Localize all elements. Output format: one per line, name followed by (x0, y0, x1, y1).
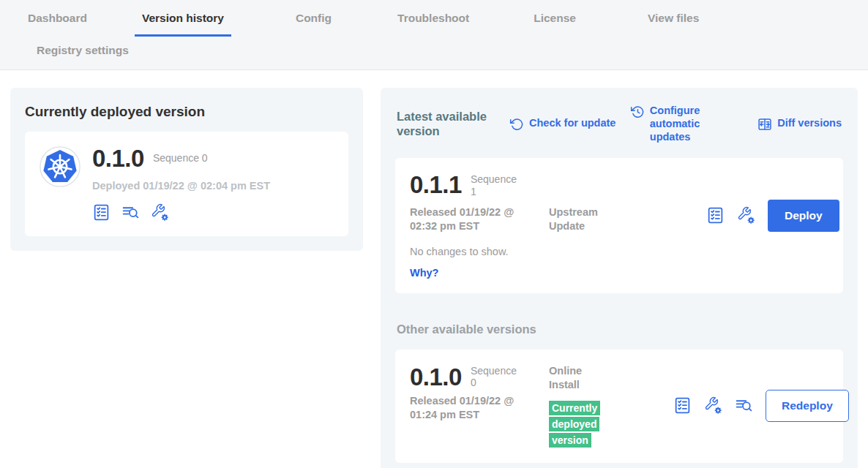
tab-version-history[interactable]: Version history (135, 4, 231, 37)
deployed-action-icons (92, 203, 270, 222)
currently-deployed-panel: Currently deployed version 0.1.0 Sequenc… (10, 88, 363, 251)
top-nav: Dashboard Version history Config Trouble… (0, 0, 868, 70)
latest-version-card: 0.1.1 Sequence 1 Released 01/19/22 @ 02:… (395, 158, 843, 292)
latest-sequence-label: Sequence 1 (471, 173, 523, 198)
preflight-checks-icon[interactable] (706, 206, 725, 224)
other-version-source: Online Install (549, 364, 615, 392)
schedule-update-icon (630, 105, 645, 119)
tab-dashboard[interactable]: Dashboard (20, 4, 94, 37)
diff-versions-link[interactable]: Diff versions (757, 116, 842, 132)
deployed-sequence-label: Sequence 0 (153, 152, 208, 165)
tab-view-files[interactable]: View files (640, 4, 706, 37)
other-available-versions-title: Other available versions (397, 322, 842, 336)
diff-versions-label: Diff versions (777, 116, 842, 129)
latest-available-title: Latest available version (397, 109, 490, 139)
configure-automatic-updates-link[interactable]: Configure automatic updates (630, 104, 744, 143)
preflight-checks-icon[interactable] (673, 396, 692, 415)
why-link[interactable]: Why? (410, 267, 438, 279)
latest-available-header: Latest available version Check for updat… (397, 104, 842, 143)
header-action-links: Check for update Configure automatic upd… (509, 104, 842, 143)
latest-version-row: 0.1.1 Sequence 1 (410, 171, 549, 198)
latest-released-timestamp: Released 01/19/22 @ 02:32 pm EST (410, 205, 531, 233)
currently-deployed-badge: Currently deployed version (549, 400, 605, 448)
currently-deployed-badge-label: Currently deployed version (549, 401, 600, 448)
deploy-logs-icon[interactable] (121, 203, 140, 222)
other-version-row: 0.1.0 Sequence 0 (410, 363, 549, 392)
deployed-timestamp: Deployed 01/19/22 @ 02:04 pm EST (92, 180, 270, 192)
other-version-number: 0.1.0 (410, 365, 462, 389)
redeploy-button[interactable]: Redeploy (766, 390, 849, 422)
kubernetes-logo-icon (40, 146, 81, 187)
check-for-update-link[interactable]: Check for update (509, 116, 616, 132)
other-sequence-label: Sequence 0 (471, 365, 523, 390)
deploy-button[interactable]: Deploy (768, 200, 839, 232)
edit-config-icon[interactable] (704, 396, 722, 415)
version-history-page: Currently deployed version 0.1.0 Sequenc… (0, 70, 868, 468)
edit-config-icon[interactable] (151, 203, 169, 222)
deployed-version-info: 0.1.0 Sequence 0 Deployed 01/19/22 @ 02:… (92, 146, 270, 222)
latest-version-actions: Deploy (706, 200, 839, 232)
preflight-checks-icon[interactable] (92, 203, 111, 222)
latest-version-number: 0.1.1 (410, 173, 462, 197)
nav-tabs-row-2: Registry settings (0, 37, 868, 69)
other-version-card: 0.1.0 Sequence 0 Online Install Redeploy… (395, 350, 843, 464)
available-versions-panel: Latest available version Check for updat… (381, 88, 858, 468)
tab-config[interactable]: Config (288, 4, 339, 37)
diff-icon (757, 117, 772, 132)
deploy-logs-icon[interactable] (735, 396, 753, 415)
latest-version-source: Upstream Update (549, 205, 615, 233)
tab-license[interactable]: License (526, 4, 583, 37)
check-for-update-label: Check for update (529, 116, 616, 129)
other-released-timestamp: Released 01/19/22 @ 01:24 pm EST (410, 394, 531, 448)
no-changes-text: No changes to show. (410, 246, 839, 257)
nav-tabs-row-1: Dashboard Version history Config Trouble… (0, 4, 868, 37)
currently-deployed-title: Currently deployed version (25, 104, 348, 120)
deployed-version-number: 0.1.0 (92, 146, 144, 170)
tab-registry-settings[interactable]: Registry settings (29, 37, 136, 69)
refresh-icon (509, 117, 524, 132)
tab-troubleshoot[interactable]: Troubleshoot (390, 4, 476, 37)
configure-automatic-updates-label: Configure automatic updates (650, 104, 744, 143)
other-version-actions: Redeploy (673, 390, 849, 422)
deployed-version-card: 0.1.0 Sequence 0 Deployed 01/19/22 @ 02:… (25, 132, 348, 236)
edit-config-icon[interactable] (737, 206, 755, 224)
